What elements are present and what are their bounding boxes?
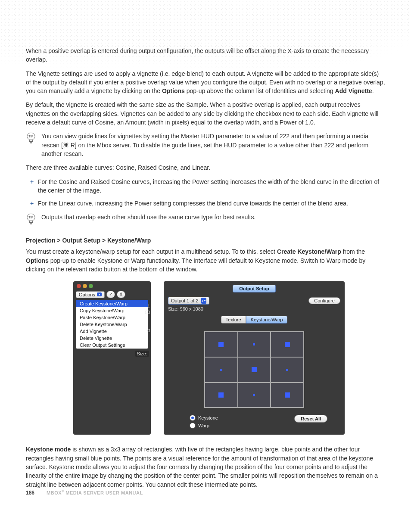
bold-options-2: Options — [26, 257, 49, 264]
keystone-point-tr[interactable] — [271, 332, 304, 357]
bold-keystone-mode: Keystone mode — [26, 446, 71, 453]
text: is shown as a 3x3 array of rectangles, w… — [26, 446, 378, 488]
para-vignette-intro: The Vignette settings are used to apply … — [26, 69, 385, 96]
apply-button[interactable]: ✓ — [106, 291, 115, 298]
text: pop-up above the column list of Identiti… — [185, 87, 335, 94]
para-curves: There are three available curves: Cosine… — [26, 163, 385, 172]
menu-item-delete-vignette[interactable]: Delete Vignette — [76, 335, 148, 342]
radio-warp[interactable]: Warp — [190, 423, 218, 429]
tip-text: Outputs that overlap each other should u… — [41, 213, 385, 226]
options-menu-list: Create Keystone/Warp Copy Keystone/Warp … — [76, 300, 148, 349]
subtab-keystone-warp[interactable]: Keystone/Warp — [246, 316, 288, 324]
page-footer: 186 MBOX® MEDIA SERVER USER MANUAL — [26, 490, 143, 496]
hint-num2: 50 — [145, 310, 150, 316]
text: . — [372, 87, 374, 94]
close-icon[interactable] — [77, 284, 81, 288]
options-label: Options — [79, 292, 95, 297]
hint-xt: xt — [145, 328, 150, 334]
tip-icon: TIP — [26, 132, 36, 158]
tip-guidelines: TIP You can view guide lines for vignett… — [26, 132, 385, 158]
manual-title: MBOX® MEDIA SERVER USER MANUAL — [47, 490, 143, 495]
menu-item-paste-keystone[interactable]: Paste Keystone/Warp — [76, 314, 148, 321]
radio-keystone-label: Keystone — [198, 415, 218, 420]
figure-options-menu: Options ▼ ✓ X Create Keystone/Warp Copy … — [73, 281, 151, 435]
options-dropdown-button[interactable]: Options ▼ — [76, 291, 105, 298]
window-titlebar — [73, 281, 151, 290]
cancel-button[interactable]: X — [117, 291, 125, 298]
figure-output-setup: Output Setup Output 1 of 2 ▲▼ Configure … — [164, 281, 345, 435]
stepper-icon: ▲▼ — [201, 298, 206, 304]
radio-keystone[interactable]: Keystone — [190, 415, 218, 421]
para-keystone-mode: Keystone mode is shown as a 3x3 array of… — [26, 445, 385, 488]
reset-all-button[interactable]: Reset All — [294, 415, 327, 423]
menu-item-clear-output[interactable]: Clear Output Settings — [76, 342, 148, 348]
manual-prefix: MBOX — [47, 490, 62, 495]
menu-item-delete-keystone[interactable]: Delete Keystone/Warp — [76, 321, 148, 328]
svg-rect-2 — [29, 140, 32, 142]
menu-item-copy-keystone[interactable]: Copy Keystone/Warp — [76, 307, 148, 314]
keystone-point-bc — [238, 383, 271, 408]
bullet-cosine: For the Cosine and Raised Cosine curves,… — [38, 177, 385, 195]
size-label: Size: — [135, 351, 149, 357]
minimize-icon[interactable] — [83, 284, 87, 288]
bold-options: Options — [162, 87, 185, 94]
output-size-label: Size: 960 x 1080 — [168, 306, 340, 311]
text: from the — [341, 248, 365, 255]
keystone-point-br[interactable] — [271, 383, 304, 408]
hint-num: 1 — [145, 304, 150, 310]
bullet-linear: For the Linear curve, increasing the Pow… — [38, 199, 385, 208]
menu-item-add-vignette[interactable]: Add Vignette — [76, 328, 148, 335]
subtab-texture[interactable]: Texture — [221, 316, 246, 324]
para-overlap: When a positive overlap is entered durin… — [26, 47, 385, 64]
keystone-point-mr — [271, 357, 304, 383]
svg-text:TIP: TIP — [28, 135, 34, 139]
output-selector-label: Output 1 of 2 — [171, 298, 199, 303]
heading-keystone: Projection > Output Setup > Keystone/War… — [26, 237, 385, 244]
zoom-icon[interactable] — [89, 284, 93, 288]
curve-bullets: For the Cosine and Raised Cosine curves,… — [26, 177, 385, 208]
svg-rect-7 — [29, 221, 32, 223]
bold-create-keystone: Create Keystone/Warp — [277, 248, 341, 255]
page-number: 186 — [26, 490, 34, 496]
para-vignette-default: By default, the vignette is created with… — [26, 100, 385, 127]
keystone-point-center[interactable] — [238, 357, 271, 383]
chevron-down-icon: ▼ — [97, 292, 102, 296]
manual-suffix: MEDIA SERVER USER MANUAL — [64, 490, 143, 495]
keystone-point-ml — [205, 357, 238, 383]
keystone-point-tl[interactable] — [205, 332, 238, 357]
radio-warp-label: Warp — [198, 423, 209, 428]
tab-output-setup[interactable]: Output Setup — [233, 285, 276, 292]
bold-add-vignette: Add Vignette — [335, 87, 372, 94]
tip-icon: TIP — [26, 213, 36, 226]
menu-item-create-keystone[interactable]: Create Keystone/Warp — [76, 300, 148, 307]
tip-same-curve: TIP Outputs that overlap each other shou… — [26, 213, 385, 226]
keystone-point-tc — [238, 332, 271, 357]
para-create-keystone: You must create a keystone/warp setup fo… — [26, 247, 385, 274]
text: pop-up to enable Keystone or Warp functi… — [26, 257, 365, 273]
keystone-grid[interactable] — [204, 331, 304, 408]
output-selector[interactable]: Output 1 of 2 ▲▼ — [168, 297, 209, 305]
configure-button[interactable]: Configure — [308, 297, 340, 304]
tip-text: You can view guide lines for vignettes b… — [41, 132, 385, 158]
text: You must create a keystone/warp setup fo… — [26, 248, 277, 255]
keystone-point-bl[interactable] — [205, 383, 238, 408]
svg-text:TIP: TIP — [28, 216, 34, 220]
